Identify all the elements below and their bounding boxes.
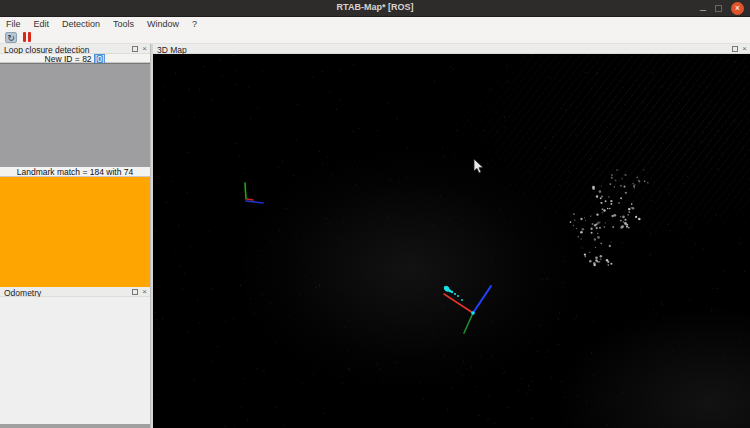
landmark-match-label: Landmark match = 184 with 74 <box>0 167 150 177</box>
window-border <box>0 424 153 428</box>
menu-item-window[interactable]: Window <box>147 19 179 29</box>
float-panel-icon[interactable] <box>132 46 138 52</box>
panel-header-loop-closure: Loop closure detection × <box>0 44 150 54</box>
new-id-label: New ID = 82 [0] <box>0 54 150 63</box>
maximize-button[interactable] <box>715 5 722 12</box>
menu-item-detection[interactable]: Detection <box>62 19 100 29</box>
menu-item-tools[interactable]: Tools <box>113 19 134 29</box>
menu-item-file[interactable]: File <box>6 19 21 29</box>
close-panel-icon[interactable]: × <box>742 46 747 52</box>
panel-header-3d-map: 3D Map × <box>153 44 750 54</box>
pointcloud-scene <box>153 54 750 428</box>
pause-icon[interactable] <box>23 32 31 42</box>
close-panel-icon[interactable]: × <box>142 289 147 295</box>
menu-item-edit[interactable]: Edit <box>34 19 50 29</box>
menu-bar: File Edit Detection Tools Window ? <box>0 17 750 31</box>
window-titlebar[interactable]: RTAB-Map* [ROS] – × <box>0 0 750 17</box>
close-panel-icon[interactable]: × <box>142 46 147 52</box>
minimize-button[interactable]: – <box>700 4 706 14</box>
float-panel-icon[interactable] <box>132 289 138 295</box>
menu-item-help[interactable]: ? <box>192 19 197 29</box>
tool-bar: ↻ <box>0 31 750 44</box>
refresh-icon[interactable]: ↻ <box>5 32 17 43</box>
window-title: RTAB-Map* [ROS] <box>0 2 750 12</box>
float-panel-icon[interactable] <box>732 46 738 52</box>
landmark-match-view <box>0 177 150 287</box>
app-window: RTAB-Map* [ROS] – × File Edit Detection … <box>0 0 750 428</box>
3d-map-viewport[interactable] <box>153 54 750 428</box>
close-button[interactable]: × <box>731 2 744 15</box>
loop-closure-camera-view <box>0 63 150 167</box>
panel-header-odometry: Odometry × <box>0 287 150 297</box>
odometry-view <box>0 297 150 424</box>
